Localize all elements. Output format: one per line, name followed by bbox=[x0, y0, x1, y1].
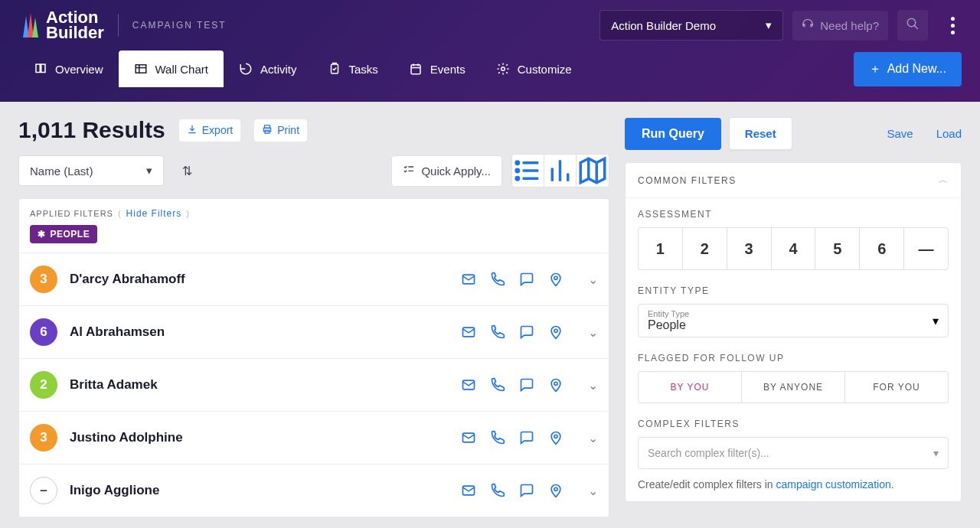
message-icon[interactable] bbox=[519, 483, 534, 498]
add-new-button[interactable]: ＋ Add New... bbox=[854, 52, 962, 86]
person-row[interactable]: 6 Al Abrahamsen ⌄ bbox=[19, 306, 609, 359]
tab-activity[interactable]: Activity bbox=[224, 51, 312, 87]
assessment-level-4[interactable]: 4 bbox=[772, 228, 816, 269]
email-icon[interactable] bbox=[461, 483, 476, 498]
tab-customize[interactable]: Customize bbox=[481, 51, 587, 87]
svg-point-33 bbox=[554, 435, 557, 438]
person-row[interactable]: – Inigo Agglione ⌄ bbox=[19, 464, 609, 517]
sort-select[interactable]: Name (Last) ▾ bbox=[18, 155, 164, 186]
flagged-option[interactable]: FOR YOU bbox=[845, 372, 948, 403]
plus-icon: ＋ bbox=[869, 61, 881, 77]
tab-tasks[interactable]: Tasks bbox=[312, 51, 394, 87]
phone-icon[interactable] bbox=[490, 377, 505, 393]
chevron-down-icon[interactable]: ⌄ bbox=[588, 431, 598, 445]
assessment-badge: 3 bbox=[30, 266, 57, 293]
assessment-level-2[interactable]: 2 bbox=[683, 228, 727, 269]
view-chart-button[interactable] bbox=[544, 155, 577, 187]
save-button[interactable]: Save bbox=[887, 127, 913, 140]
email-icon[interactable] bbox=[461, 377, 476, 393]
email-icon[interactable] bbox=[461, 430, 476, 445]
filter-chip-people[interactable]: ✱ PEOPLE bbox=[30, 225, 97, 243]
history-icon bbox=[239, 62, 253, 76]
print-button[interactable]: Print bbox=[254, 119, 307, 142]
caret-down-icon: ▾ bbox=[146, 164, 152, 178]
assessment-level-3[interactable]: 3 bbox=[727, 228, 772, 269]
message-icon[interactable] bbox=[519, 324, 534, 340]
load-button[interactable]: Load bbox=[936, 127, 962, 140]
quick-apply-button[interactable]: Quick Apply... bbox=[391, 155, 502, 187]
view-map-button[interactable] bbox=[577, 155, 609, 187]
logo[interactable]: Action Builder bbox=[18, 10, 104, 41]
complex-help-text: Create/edit complex filters in campaign … bbox=[638, 478, 949, 491]
svg-point-31 bbox=[554, 382, 557, 385]
org-select[interactable]: Action Builder Demo ▾ bbox=[599, 10, 783, 41]
print-icon bbox=[262, 124, 273, 137]
svg-rect-6 bbox=[411, 65, 420, 74]
campaign-label: CAMPAIGN TEST bbox=[132, 20, 227, 31]
svg-point-17 bbox=[516, 161, 518, 164]
complex-filters-label: COMPLEX FILTERS bbox=[638, 419, 949, 429]
view-list-button[interactable] bbox=[512, 155, 544, 187]
svg-marker-23 bbox=[580, 158, 605, 183]
assessment-level-1[interactable]: 1 bbox=[639, 228, 683, 269]
person-row[interactable]: 2 Britta Adamek ⌄ bbox=[19, 359, 609, 412]
chevron-down-icon[interactable]: ⌄ bbox=[588, 484, 598, 498]
assessment-level-6[interactable]: 6 bbox=[860, 228, 904, 269]
assessment-level-—[interactable]: — bbox=[904, 228, 948, 269]
run-query-button[interactable]: Run Query bbox=[625, 118, 721, 150]
kebab-menu[interactable] bbox=[943, 10, 962, 41]
search-button[interactable] bbox=[897, 10, 928, 41]
complex-filter-search[interactable]: Search complex filter(s)... ▾ bbox=[638, 437, 949, 469]
common-filters-header[interactable]: COMMON FILTERS ︿ bbox=[626, 163, 961, 198]
assessment-badge: 3 bbox=[30, 424, 57, 451]
export-button[interactable]: Export bbox=[179, 119, 240, 142]
entity-type-select[interactable]: Entity Type People ▾ bbox=[638, 304, 949, 337]
location-icon[interactable] bbox=[548, 377, 564, 393]
people-icon: ✱ bbox=[38, 229, 46, 240]
email-icon[interactable] bbox=[461, 272, 476, 287]
flagged-label: FLAGGED FOR FOLLOW UP bbox=[638, 353, 949, 363]
svg-point-27 bbox=[554, 276, 557, 279]
tab-events[interactable]: Events bbox=[394, 51, 481, 87]
phone-icon[interactable] bbox=[490, 272, 505, 287]
chevron-down-icon[interactable]: ⌄ bbox=[588, 272, 598, 287]
view-toggle bbox=[511, 154, 609, 187]
flagged-option[interactable]: BY YOU bbox=[639, 372, 742, 403]
hide-filters-link[interactable]: Hide Filters bbox=[126, 208, 182, 219]
sort-direction-toggle[interactable]: ⇅ bbox=[173, 155, 201, 186]
message-icon[interactable] bbox=[519, 272, 534, 287]
gear-icon bbox=[496, 62, 510, 76]
svg-rect-2 bbox=[136, 65, 146, 73]
campaign-customization-link[interactable]: campaign customization bbox=[776, 478, 891, 491]
chevron-down-icon[interactable]: ⌄ bbox=[588, 378, 598, 393]
person-row[interactable]: 3 D'arcy Abrahamoff ⌄ bbox=[19, 253, 609, 306]
book-icon bbox=[34, 62, 47, 76]
assessment-level-5[interactable]: 5 bbox=[815, 228, 860, 269]
svg-point-35 bbox=[554, 487, 557, 491]
location-icon[interactable] bbox=[548, 324, 564, 340]
phone-icon[interactable] bbox=[490, 483, 505, 498]
help-button[interactable]: Need help? bbox=[792, 11, 888, 41]
phone-icon[interactable] bbox=[490, 430, 505, 445]
person-name: Inigo Agglione bbox=[70, 483, 449, 498]
search-icon bbox=[906, 17, 920, 34]
caret-down-icon: ▾ bbox=[766, 18, 772, 32]
tab-wall-chart[interactable]: Wall Chart bbox=[119, 51, 224, 87]
tab-overview[interactable]: Overview bbox=[18, 51, 119, 87]
reset-button[interactable]: Reset bbox=[729, 117, 792, 150]
person-row[interactable]: 3 Justino Adolphine ⌄ bbox=[19, 412, 609, 464]
chevron-down-icon[interactable]: ⌄ bbox=[588, 325, 598, 340]
message-icon[interactable] bbox=[519, 430, 534, 445]
checklist-icon bbox=[403, 164, 415, 178]
location-icon[interactable] bbox=[548, 272, 564, 287]
flagged-option[interactable]: BY ANYONE bbox=[742, 372, 845, 403]
location-icon[interactable] bbox=[548, 483, 564, 498]
download-icon bbox=[187, 124, 198, 137]
email-icon[interactable] bbox=[461, 324, 476, 340]
phone-icon[interactable] bbox=[490, 324, 505, 340]
assessment-badge: 6 bbox=[30, 318, 57, 346]
applied-filters-label: APPLIED FILTERS ( Hide Filters ) bbox=[30, 208, 598, 219]
message-icon[interactable] bbox=[519, 377, 534, 393]
person-name: D'arcy Abrahamoff bbox=[70, 272, 449, 287]
location-icon[interactable] bbox=[548, 430, 564, 445]
